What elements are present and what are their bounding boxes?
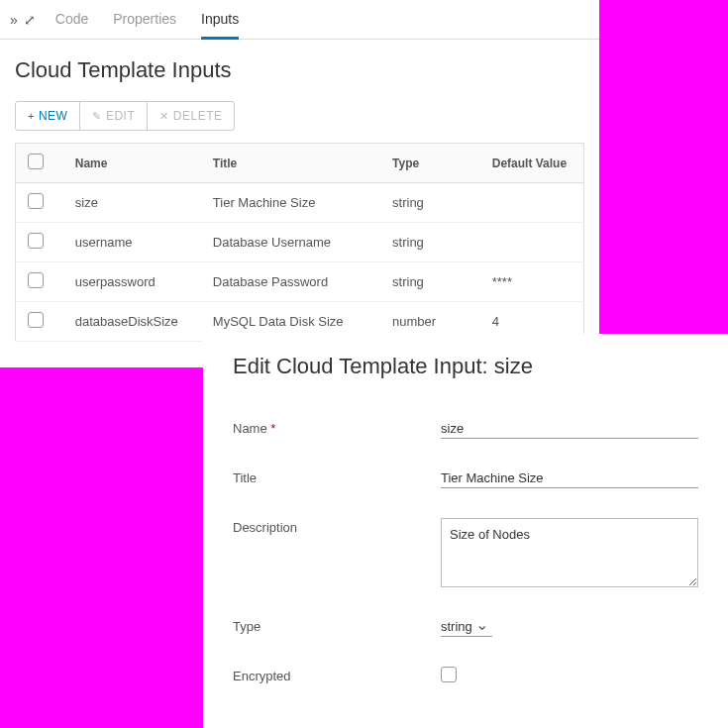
header-default: Default Value bbox=[484, 144, 584, 183]
label-title: Title bbox=[233, 468, 441, 485]
edit-heading-value: size bbox=[494, 354, 533, 378]
cell-title: Database Username bbox=[205, 223, 384, 262]
cell-default bbox=[484, 223, 584, 262]
description-field[interactable] bbox=[441, 518, 698, 587]
required-indicator: * bbox=[270, 421, 275, 436]
plus-icon: + bbox=[28, 110, 35, 122]
cell-name: databaseDiskSize bbox=[55, 302, 205, 342]
edit-panel: Edit Cloud Template Input: size Name * T… bbox=[203, 334, 728, 728]
new-button[interactable]: + NEW bbox=[15, 101, 80, 131]
label-name: Name * bbox=[233, 419, 441, 436]
tab-properties[interactable]: Properties bbox=[113, 1, 176, 39]
label-type: Type bbox=[233, 617, 441, 634]
x-icon: ✕ bbox=[159, 110, 169, 123]
edit-button-label: EDIT bbox=[106, 109, 135, 123]
edit-button[interactable]: ✎ EDIT bbox=[79, 101, 148, 131]
table-row[interactable]: userpassword Database Password string **… bbox=[16, 262, 584, 302]
form-row-title: Title bbox=[233, 468, 698, 488]
cell-type: string bbox=[384, 183, 484, 223]
delete-button-label: DELETE bbox=[173, 109, 223, 123]
row-checkbox[interactable] bbox=[28, 193, 44, 209]
header-checkbox bbox=[16, 144, 55, 183]
cell-title: Tier Machine Size bbox=[205, 183, 384, 223]
expand-icons: » ⤢ bbox=[10, 12, 36, 28]
tab-code[interactable]: Code bbox=[55, 1, 88, 39]
label-description: Description bbox=[233, 518, 441, 535]
cell-title: Database Password bbox=[205, 262, 384, 302]
tabs: Code Properties Inputs bbox=[55, 1, 239, 39]
table-row[interactable]: size Tier Machine Size string bbox=[16, 183, 584, 223]
type-select[interactable]: string bbox=[441, 617, 492, 637]
edit-heading-prefix: Edit Cloud Template Input: bbox=[233, 354, 494, 378]
select-all-checkbox[interactable] bbox=[28, 154, 44, 169]
cell-name: size bbox=[55, 183, 205, 223]
type-select-wrap: string bbox=[441, 617, 492, 637]
pencil-icon: ✎ bbox=[92, 110, 102, 123]
form-row-description: Description bbox=[233, 518, 698, 587]
form-row-encrypted: Encrypted bbox=[233, 667, 698, 683]
edit-panel-title: Edit Cloud Template Input: size bbox=[233, 354, 698, 379]
cell-default: **** bbox=[484, 262, 584, 302]
top-bar: » ⤢ Code Properties Inputs bbox=[0, 0, 599, 40]
cell-type: string bbox=[384, 223, 484, 262]
tab-inputs[interactable]: Inputs bbox=[201, 1, 239, 40]
page-title: Cloud Template Inputs bbox=[0, 40, 599, 101]
cell-name: username bbox=[55, 223, 205, 262]
cell-default bbox=[484, 183, 584, 223]
header-title: Title bbox=[205, 144, 384, 183]
header-type: Type bbox=[384, 144, 484, 183]
form-row-type: Type string bbox=[233, 617, 698, 637]
row-checkbox[interactable] bbox=[28, 312, 44, 328]
label-encrypted: Encrypted bbox=[233, 667, 441, 683]
row-checkbox[interactable] bbox=[28, 233, 44, 249]
name-field[interactable] bbox=[441, 419, 698, 439]
encrypted-checkbox[interactable] bbox=[441, 667, 457, 682]
inputs-table: Name Title Type Default Value size Tier … bbox=[15, 143, 584, 342]
title-field[interactable] bbox=[441, 468, 698, 488]
main-panel: » ⤢ Code Properties Inputs Cloud Templat… bbox=[0, 0, 599, 367]
table-wrap: Name Title Type Default Value size Tier … bbox=[0, 131, 599, 342]
cell-name: userpassword bbox=[55, 262, 205, 302]
expand-icon[interactable]: ⤢ bbox=[24, 12, 36, 28]
chevron-right-icon[interactable]: » bbox=[10, 12, 18, 28]
new-button-label: NEW bbox=[39, 109, 68, 123]
header-name: Name bbox=[55, 144, 205, 183]
table-row[interactable]: username Database Username string bbox=[16, 223, 584, 262]
cell-type: string bbox=[384, 262, 484, 302]
row-checkbox[interactable] bbox=[28, 272, 44, 288]
form-row-name: Name * bbox=[233, 419, 698, 439]
delete-button[interactable]: ✕ DELETE bbox=[147, 101, 235, 131]
action-bar: + NEW ✎ EDIT ✕ DELETE bbox=[0, 101, 599, 131]
